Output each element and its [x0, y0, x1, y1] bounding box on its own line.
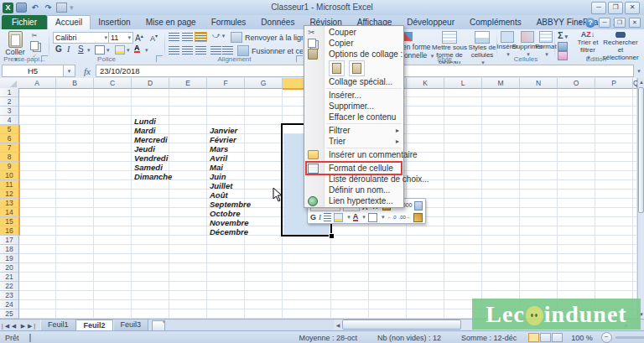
- cell-D7[interactable]: Jeudi: [134, 144, 166, 153]
- vertical-scrollbar[interactable]: ▲ ▼: [637, 78, 644, 319]
- cell-F15[interactable]: Novembre: [210, 218, 242, 227]
- cell-D4[interactable]: Lundi: [134, 117, 166, 126]
- cell-F11[interactable]: Juillet: [210, 181, 242, 190]
- paste-option-keep-formatting-icon[interactable]: [329, 60, 345, 76]
- mini-center-icon[interactable]: [324, 213, 331, 221]
- italic-button[interactable]: I: [65, 44, 72, 55]
- zoom-level[interactable]: 100 %: [571, 334, 593, 342]
- row-header-8[interactable]: 8: [0, 153, 20, 162]
- row-header-5[interactable]: 5: [0, 125, 20, 134]
- column-header-D[interactable]: D: [132, 78, 169, 89]
- tab-compl-ments[interactable]: Compléments: [462, 16, 529, 29]
- column-header-A[interactable]: A: [18, 78, 56, 89]
- fill-down-icon[interactable]: [558, 42, 568, 51]
- first-sheet-icon[interactable]: ❘◀: [0, 320, 9, 331]
- cell-F10[interactable]: Juin: [210, 172, 242, 181]
- tab-d-veloppeur[interactable]: Développeur: [399, 16, 462, 29]
- menu-item-collage-spécial[interactable]: Collage spécial...: [304, 76, 403, 87]
- prev-sheet-icon[interactable]: ◀: [9, 320, 18, 331]
- chevron-down-icon[interactable]: ▾: [127, 34, 131, 41]
- fx-icon[interactable]: fx: [84, 66, 91, 76]
- page-break-view-button[interactable]: [552, 333, 563, 342]
- sheet-tab-feuil1[interactable]: Feuil1: [40, 320, 76, 330]
- increase-indent-icon[interactable]: [222, 46, 233, 55]
- cell-F14[interactable]: Octobre: [210, 209, 242, 218]
- row-header-1[interactable]: 1: [0, 88, 19, 97]
- cut-button[interactable]: ✂: [29, 31, 40, 40]
- workbook-restore-icon[interactable]: ❐: [614, 18, 626, 28]
- align-bottom-icon[interactable]: [195, 33, 206, 41]
- tab-donn-es[interactable]: Données: [253, 16, 302, 29]
- fill-color-icon[interactable]: [115, 45, 125, 55]
- row-header-4[interactable]: 4: [0, 116, 19, 125]
- format-cells-button[interactable]: Format ▾: [538, 31, 553, 58]
- align-top-icon[interactable]: [169, 33, 179, 41]
- row-header-19[interactable]: 19: [0, 254, 19, 263]
- mini-merge-icon[interactable]: [414, 201, 423, 210]
- align-middle-icon[interactable]: [182, 33, 193, 41]
- cell-D9[interactable]: Samedi: [134, 163, 166, 172]
- column-header-O[interactable]: O: [558, 78, 595, 89]
- row-header-11[interactable]: 11: [0, 180, 20, 190]
- scroll-up-icon[interactable]: ▲: [638, 78, 644, 86]
- menu-item-trier[interactable]: Trier▸: [304, 136, 403, 147]
- menu-item-définir-un-nom[interactable]: Définir un nom...: [304, 184, 403, 195]
- row-header-21[interactable]: 21: [0, 273, 19, 282]
- clipboard-dialog-launcher-icon[interactable]: [41, 55, 48, 62]
- column-header-E[interactable]: E: [169, 78, 207, 89]
- row-header-9[interactable]: 9: [0, 162, 20, 171]
- horizontal-scroll-thumb[interactable]: [342, 320, 461, 330]
- font-color-icon[interactable]: A: [134, 44, 140, 53]
- row-header-23[interactable]: 23: [0, 291, 19, 300]
- menu-item-insérer-un-commentaire[interactable]: Insérer un commentaire: [304, 149, 403, 160]
- shrink-font-icon[interactable]: A▾: [148, 31, 160, 42]
- name-box[interactable]: H5: [2, 65, 64, 77]
- column-header-N[interactable]: N: [520, 78, 558, 89]
- cell-F12[interactable]: Août: [210, 190, 242, 200]
- cell-F7[interactable]: Mars: [210, 144, 242, 153]
- cell-D8[interactable]: Vendredi: [134, 153, 166, 163]
- scroll-left-icon[interactable]: ◀: [334, 322, 342, 328]
- print-preview-icon[interactable]: [56, 3, 67, 13]
- row-header-22[interactable]: 22: [0, 282, 19, 291]
- excel-logo-icon[interactable]: X: [3, 3, 13, 13]
- row-header-15[interactable]: 15: [0, 217, 20, 226]
- zoom-out-icon[interactable]: −: [601, 332, 612, 343]
- cell-F6[interactable]: Février: [210, 135, 242, 144]
- menu-item-options-de-collage[interactable]: Options de collage :: [304, 49, 403, 60]
- mini-increase-decimal-icon[interactable]: ←.0: [387, 212, 396, 222]
- column-header-L[interactable]: L: [444, 78, 482, 89]
- cell-D5[interactable]: Mardi: [134, 126, 166, 135]
- borders-icon[interactable]: [95, 45, 105, 55]
- menu-item-effacer-le-contenu[interactable]: Effacer le contenu: [304, 112, 403, 122]
- column-header-F[interactable]: F: [207, 78, 245, 89]
- cell-F5[interactable]: Janvier: [210, 126, 242, 135]
- bold-button[interactable]: G: [53, 44, 65, 55]
- cell-D10[interactable]: Dimanche: [134, 172, 166, 181]
- help-icon[interactable]: ?: [585, 18, 595, 28]
- row-header-25[interactable]: 25: [0, 309, 19, 319]
- orientation-icon[interactable]: ⤻▾: [212, 31, 225, 40]
- align-right-icon[interactable]: [195, 46, 206, 55]
- wrap-text-button[interactable]: Renvoyer à la ligne automatiquement: [231, 32, 303, 43]
- cell-D6[interactable]: Mercredi: [134, 135, 166, 144]
- alignment-dialog-launcher-icon[interactable]: [296, 55, 303, 62]
- mini-bold-button[interactable]: G: [310, 212, 316, 222]
- grow-font-icon[interactable]: A▴: [132, 31, 146, 42]
- sheet-tab-feuil3[interactable]: Feuil3: [113, 320, 149, 330]
- menu-item-supprimer[interactable]: Supprimer...: [304, 101, 403, 112]
- row-header-10[interactable]: 10: [0, 171, 20, 180]
- menu-item-copier[interactable]: Copier: [304, 38, 403, 49]
- underline-dropdown-icon[interactable]: ▾: [87, 47, 91, 54]
- menu-item-insérer[interactable]: Insérer...: [304, 90, 403, 101]
- font-name-combo[interactable]: Calibri▾: [53, 32, 110, 44]
- normal-view-button[interactable]: [528, 333, 539, 342]
- menu-item-filtrer[interactable]: Filtrer▸: [304, 125, 403, 136]
- redo-icon[interactable]: ↷: [43, 3, 54, 13]
- save-icon[interactable]: [16, 3, 27, 13]
- row-header-7[interactable]: 7: [0, 143, 20, 153]
- tab-fichier[interactable]: Fichier: [2, 15, 47, 29]
- row-header-16[interactable]: 16: [0, 226, 20, 236]
- menu-item-couper[interactable]: ✂Couper: [304, 27, 403, 38]
- cell-F16[interactable]: Décembre: [210, 227, 242, 236]
